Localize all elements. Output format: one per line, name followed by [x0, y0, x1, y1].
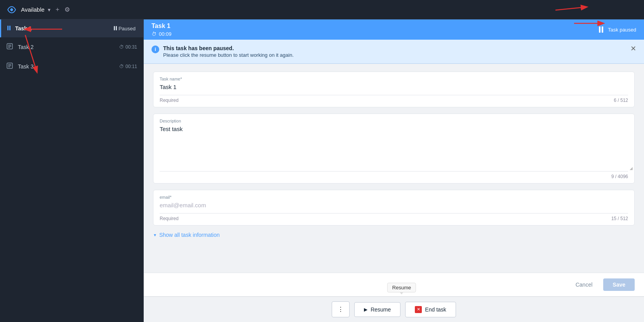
status-dropdown-button[interactable]: ▾: [48, 7, 50, 13]
alert-text: This task has been paused. Please click …: [163, 45, 294, 58]
alert-subtitle: Please click the resume button to start …: [163, 52, 294, 58]
task-name-value: Task 1: [160, 84, 628, 90]
triangle-icon: ▼: [153, 233, 157, 237]
task-name-card: Task name* Task 1 Required 6 / 512: [153, 72, 635, 107]
email-label: email*: [160, 195, 628, 200]
task2-icon: [6, 43, 13, 51]
sidebar: Task 1 Paused: [0, 19, 144, 322]
resume-tooltip: Resume: [387, 283, 416, 292]
task-name-count: 6 / 512: [614, 98, 628, 103]
timer-clock-icon: ⏱: [151, 31, 157, 37]
task-name-label: Task name*: [160, 77, 628, 81]
description-area: Description Test task: [153, 114, 634, 165]
alert-banner: i This task has been paused. Please clic…: [144, 40, 644, 64]
sidebar-item-task2[interactable]: Task 2 ⏱ 00:31: [0, 37, 143, 57]
save-button[interactable]: Save: [603, 278, 635, 291]
end-task-button[interactable]: ✕ End task: [405, 302, 456, 317]
play-icon: ▶: [364, 307, 367, 312]
alert-title: This task has been paused.: [163, 45, 294, 51]
pause-bars-header: [599, 26, 603, 33]
task-name-field: Task name* Task 1: [153, 72, 634, 95]
settings-button[interactable]: ⚙: [64, 6, 70, 13]
sidebar-task2-name: Task 2: [18, 44, 119, 50]
sidebar-item-task3[interactable]: Task 3 ⏱ 00:11: [0, 57, 143, 76]
task1-pause-icon: [7, 25, 10, 32]
alert-content: i This task has been paused. Please clic…: [151, 45, 294, 58]
bottom-bar: Resume ⋮ ▶ Resume ✕ End task: [144, 296, 644, 322]
sidebar-task1-name: Task 1: [15, 25, 114, 32]
resume-button[interactable]: ▶ Resume: [354, 302, 400, 317]
show-all-link[interactable]: ▼ Show all task information: [153, 232, 635, 238]
task-name-counter: Required 6 / 512: [153, 95, 634, 107]
clock-icon: ⏱: [119, 44, 124, 50]
sidebar-task2-time: ⏱ 00:31: [119, 44, 137, 50]
email-value: email@email.com: [160, 202, 628, 208]
alert-close-button[interactable]: ✕: [630, 45, 636, 52]
sidebar-task3-time: ⏱ 00:11: [119, 64, 137, 69]
task-name-required: Required: [160, 98, 179, 103]
description-counter: 9 / 4096: [153, 172, 634, 183]
content-task-title: Task 1: [151, 23, 172, 30]
end-task-label: End task: [425, 306, 446, 313]
show-all-label: Show all task information: [159, 232, 220, 238]
email-card: email* email@email.com Required 15 / 512: [153, 190, 635, 226]
content-area: Task 1 ⏱ 00:09: [144, 19, 644, 322]
paused-text: Paused: [118, 26, 136, 32]
more-icon: ⋮: [338, 306, 344, 313]
task3-icon: [6, 62, 13, 71]
clock-icon-3: ⏱: [119, 64, 124, 69]
pause-bars-icon: [114, 26, 117, 32]
alert-info-icon: i: [151, 46, 159, 53]
description-value: Test task: [160, 126, 628, 161]
resume-label: Resume: [371, 306, 391, 313]
description-card: Description Test task ◢ 9 / 4096: [153, 114, 635, 184]
sidebar-task3-name: Task 3: [18, 63, 119, 70]
more-options-button[interactable]: ⋮: [332, 301, 350, 317]
sidebar-task1-status: Paused: [114, 26, 136, 32]
resize-handle: ◢: [153, 165, 634, 171]
task-paused-label: Task paused: [608, 27, 636, 33]
email-field: email* email@email.com: [153, 190, 634, 213]
email-required: Required: [160, 216, 179, 221]
email-count: 15 / 512: [611, 216, 628, 221]
sidebar-item-task1[interactable]: Task 1 Paused: [0, 19, 143, 37]
status-label: Available: [21, 6, 45, 13]
cancel-button[interactable]: Cancel: [569, 278, 599, 291]
header-right: Task paused: [599, 26, 636, 33]
pause-indicator: [599, 26, 603, 33]
description-count: 9 / 4096: [611, 174, 628, 179]
content-timer: ⏱ 00:09: [151, 31, 172, 37]
end-task-icon: ✕: [415, 306, 422, 313]
form-area: Task name* Task 1 Required 6 / 512 Descr…: [144, 64, 644, 273]
top-header: Available ▾ ＋ ⚙: [0, 0, 644, 19]
email-counter: Required 15 / 512: [153, 214, 634, 225]
add-task-button[interactable]: ＋: [54, 5, 61, 14]
content-header: Task 1 ⏱ 00:09: [144, 19, 644, 40]
description-label: Description: [160, 119, 628, 123]
app-logo: [6, 4, 17, 15]
